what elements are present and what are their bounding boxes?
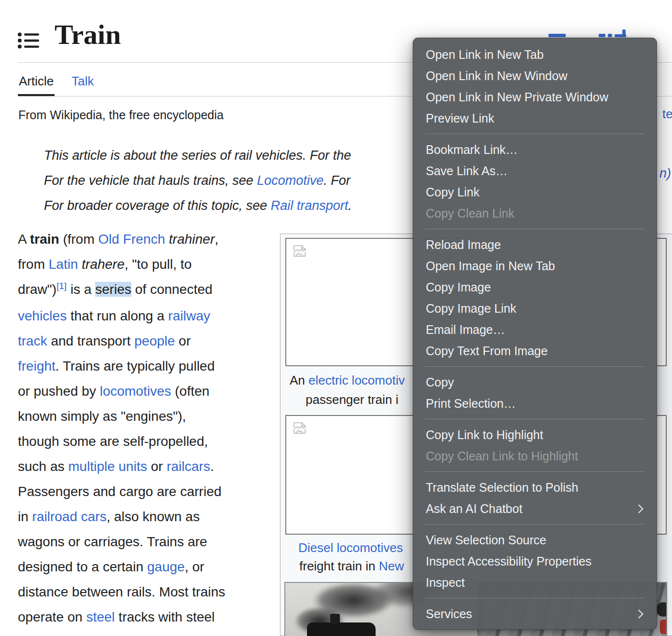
text-run: operate on bbox=[18, 609, 86, 624]
text-run: draw") bbox=[18, 282, 56, 297]
menu-item-translate-selection-to-polish[interactable]: Translate Selection to Polish bbox=[413, 477, 657, 498]
toc-menu-button[interactable] bbox=[17, 30, 40, 51]
paragraph-line: draw")[1] is a series of connected bbox=[18, 277, 225, 304]
menu-item-copy-image-link[interactable]: Copy Image Link bbox=[413, 298, 657, 319]
text-run: For broader coverage of this topic, see bbox=[44, 198, 271, 213]
wiki-link[interactable]: multiple units bbox=[68, 459, 147, 474]
menu-item-label: Ask an AI Chatbot bbox=[426, 502, 522, 516]
text-run: freight train in bbox=[299, 559, 379, 573]
menu-item-open-link-in-new-private-window[interactable]: Open Link in New Private Window bbox=[413, 86, 657, 108]
language-selector-fragment[interactable] bbox=[548, 29, 655, 38]
text-run bbox=[165, 232, 169, 247]
menu-item-open-link-in-new-tab[interactable]: Open Link in New Tab bbox=[413, 44, 657, 65]
clipped-hatnote-link-fragment[interactable]: n) bbox=[659, 166, 671, 181]
wiki-link[interactable]: Rail transport bbox=[271, 198, 349, 213]
menu-item-copy-clean-link-to-highlight[interactable]: Copy Clean Link to Highlight bbox=[413, 445, 657, 467]
menu-item-copy-link[interactable]: Copy Link bbox=[413, 181, 657, 203]
text-run: designed to a certain bbox=[18, 559, 147, 574]
wiki-link[interactable]: vehicles bbox=[18, 308, 67, 323]
menu-item-copy-text-from-image[interactable]: Copy Text From Image bbox=[413, 340, 657, 361]
text-run: such as bbox=[18, 459, 68, 474]
paragraph-line: designed to a certain gauge, or bbox=[18, 554, 225, 580]
hatnote-line: For the vehicle that hauls trains, see L… bbox=[44, 168, 352, 193]
menu-item-label: Email Image… bbox=[426, 323, 505, 337]
text-run: (from bbox=[59, 232, 98, 247]
menu-item-save-link-as[interactable]: Save Link As… bbox=[413, 160, 657, 181]
menu-separator bbox=[425, 229, 644, 229]
menu-item-label: Open Link in New Window bbox=[426, 69, 567, 83]
text-run: . For bbox=[323, 173, 350, 188]
menu-item-label: Copy Clean Link to Highlight bbox=[426, 449, 578, 463]
wiki-link[interactable]: New bbox=[379, 559, 404, 573]
text-run: or bbox=[147, 459, 167, 474]
menu-item-open-image-in-new-tab[interactable]: Open Image in New Tab bbox=[413, 255, 657, 277]
text-run: tracks with steel bbox=[115, 609, 215, 624]
wiki-link[interactable]: railcars bbox=[167, 459, 210, 474]
menu-item-label: Inspect bbox=[426, 576, 465, 590]
menu-separator bbox=[425, 471, 644, 472]
hatnote-line: For broader coverage of this topic, see … bbox=[44, 193, 352, 218]
broken-image-icon bbox=[292, 421, 308, 435]
red-detail bbox=[660, 620, 667, 634]
menu-item-copy-link-to-highlight[interactable]: Copy Link to Highlight bbox=[413, 424, 657, 445]
menu-item-label: Bookmark Link… bbox=[426, 143, 518, 157]
wiki-link[interactable]: locomotives bbox=[100, 384, 171, 399]
text-run: Passengers and cargo are carried bbox=[18, 484, 222, 499]
paragraph-line: known simply as "engines"), bbox=[18, 404, 225, 429]
menu-item-inspect-accessibility-properties[interactable]: Inspect Accessibility Properties bbox=[413, 551, 657, 572]
menu-item-copy[interactable]: Copy bbox=[413, 372, 657, 393]
wiki-link[interactable]: Locomotive bbox=[257, 173, 323, 188]
menu-item-copy-clean-link[interactable]: Copy Clean Link bbox=[413, 203, 657, 224]
menu-item-ask-an-ai-chatbot[interactable]: Ask an AI Chatbot bbox=[413, 498, 657, 519]
menu-item-reload-image[interactable]: Reload Image bbox=[413, 234, 657, 255]
selected-text: series bbox=[95, 282, 131, 297]
reference-link[interactable]: [1] bbox=[56, 281, 67, 291]
image-caption-line: passenger train i bbox=[306, 391, 398, 408]
text-run: (often bbox=[171, 384, 210, 399]
wiki-link[interactable]: railroad cars bbox=[32, 509, 107, 524]
menu-item-copy-image[interactable]: Copy Image bbox=[413, 277, 657, 298]
wiki-link[interactable]: railway bbox=[168, 308, 210, 323]
wiki-link[interactable]: steel bbox=[86, 609, 115, 624]
clipped-link-fragment[interactable]: te bbox=[662, 107, 672, 122]
wiki-link[interactable]: Old French bbox=[98, 232, 166, 247]
image-caption-line: An electric locomotiv bbox=[290, 372, 405, 388]
menu-item-print-selection[interactable]: Print Selection… bbox=[413, 393, 657, 414]
menu-item-services[interactable]: Services bbox=[413, 603, 657, 624]
paragraph-line: from Latin trahere, "to pull, to bbox=[18, 252, 225, 277]
menu-item-inspect[interactable]: Inspect bbox=[413, 572, 657, 593]
text-run: trahiner bbox=[169, 232, 215, 247]
wiki-link[interactable]: Diesel locomotives bbox=[298, 540, 403, 555]
wiki-link[interactable]: track bbox=[18, 333, 47, 348]
tab-article[interactable]: Article bbox=[18, 73, 55, 96]
text-run: of connected bbox=[131, 282, 212, 297]
paragraph-line: such as multiple units or railcars. bbox=[18, 454, 225, 479]
wiki-link[interactable]: freight bbox=[18, 359, 56, 373]
menu-item-view-selection-source[interactable]: View Selection Source bbox=[413, 529, 657, 551]
hatnote: This article is about the series of rail… bbox=[44, 143, 352, 218]
paragraph-line: wheels, the low friction of which bbox=[18, 630, 225, 636]
menu-separator bbox=[425, 598, 644, 598]
text-run: trahere bbox=[82, 257, 125, 272]
tab-talk[interactable]: Talk bbox=[70, 73, 95, 96]
text-run: or pushed by bbox=[18, 384, 100, 399]
wiki-link[interactable]: electric locomotiv bbox=[308, 373, 405, 387]
wiki-link[interactable]: gauge bbox=[147, 559, 185, 574]
text-run: from bbox=[18, 257, 49, 272]
image-caption-line: freight train in New bbox=[299, 558, 404, 574]
menu-item-label: Copy Link bbox=[426, 185, 479, 199]
menu-item-preview-link[interactable]: Preview Link bbox=[413, 108, 657, 129]
text-run: is a bbox=[67, 282, 95, 297]
text-run: passenger train i bbox=[306, 392, 398, 407]
paragraph-line: A train (from Old French trahiner, bbox=[18, 227, 225, 252]
wiki-link[interactable]: Latin bbox=[49, 257, 78, 272]
menu-item-bookmark-link[interactable]: Bookmark Link… bbox=[413, 139, 657, 160]
menu-item-label: Open Link in New Tab bbox=[426, 48, 544, 62]
wiki-link[interactable]: people bbox=[134, 333, 175, 348]
text-run: For the vehicle that hauls trains, see bbox=[44, 173, 257, 188]
menu-item-open-link-in-new-window[interactable]: Open Link in New Window bbox=[413, 65, 657, 86]
text-run: train bbox=[30, 232, 59, 247]
hatnote-line: This article is about the series of rail… bbox=[44, 143, 352, 168]
menu-item-email-image[interactable]: Email Image… bbox=[413, 319, 657, 340]
menu-separator bbox=[425, 524, 644, 525]
